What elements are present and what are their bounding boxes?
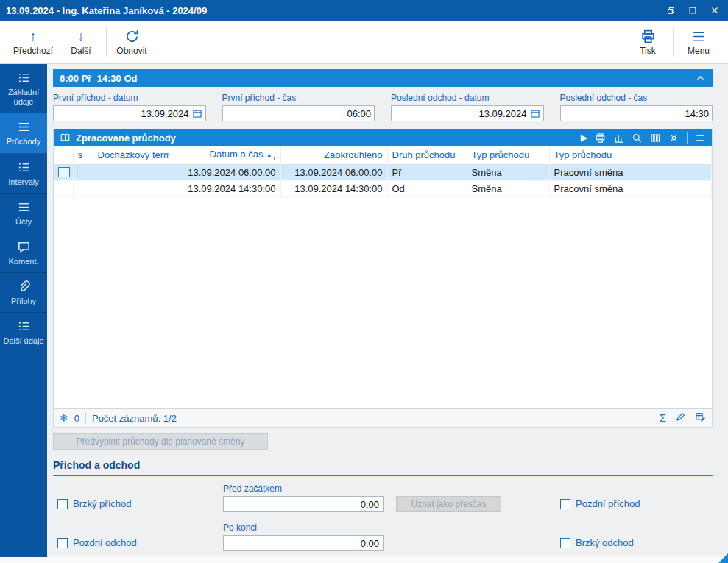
column-selector[interactable] bbox=[54, 146, 73, 164]
checkbox-icon[interactable] bbox=[560, 538, 570, 548]
after-end-input[interactable] bbox=[223, 535, 384, 551]
settings-icon[interactable] bbox=[668, 132, 679, 144]
content-area: 6:00 Př 14:30 Od První příchod - datum 1… bbox=[47, 64, 728, 557]
last-departure-date-input[interactable]: 13.09.2024 bbox=[391, 105, 544, 121]
field-value: 06:00 bbox=[347, 108, 371, 119]
printer-icon bbox=[640, 28, 656, 44]
print-label: Tisk bbox=[640, 46, 656, 56]
sidebar-item-label: Přílohy bbox=[11, 297, 36, 306]
column-pass-type[interactable]: Typ průchodu bbox=[467, 146, 549, 164]
recognize-overtime-button[interactable]: Uznat jako přesčas bbox=[396, 496, 501, 512]
field-label: Poslední odchod - čas bbox=[560, 93, 713, 103]
cell-pass-type[interactable]: Směna bbox=[467, 180, 549, 196]
sidebar-item-ucty[interactable]: Účty bbox=[0, 194, 47, 233]
cell-s[interactable] bbox=[73, 164, 93, 180]
refresh-button[interactable]: Obnovit bbox=[110, 24, 154, 60]
sidebar-item-label: Základní údaje bbox=[1, 88, 46, 107]
menu-label: Menu bbox=[688, 46, 710, 56]
resize-grip[interactable] bbox=[718, 553, 728, 563]
table-header-row: s Docházkový terminál Datum a čas ▲1 Zao… bbox=[54, 146, 712, 164]
sum-icon[interactable]: Σ bbox=[660, 412, 666, 424]
column-shift-type[interactable]: Typ průchodu bbox=[549, 146, 712, 164]
calendar-icon[interactable] bbox=[192, 108, 202, 118]
cell-rounded[interactable]: 13.09.2024 14:30:00 bbox=[280, 180, 387, 196]
column-datetime[interactable]: Datum a čas ▲1 bbox=[169, 146, 280, 164]
late-departure-checkbox[interactable]: Pozdní odchod bbox=[53, 537, 223, 551]
cell-terminal[interactable] bbox=[93, 180, 169, 196]
edit-icon[interactable] bbox=[675, 411, 686, 425]
cell-s[interactable] bbox=[73, 180, 93, 196]
grid-edit-icon[interactable] bbox=[695, 411, 706, 425]
list-icon bbox=[17, 200, 31, 214]
grid-title: Zpracované průchody bbox=[76, 132, 176, 144]
early-arrival-label: Brzký příchod bbox=[73, 498, 131, 509]
menu-button[interactable]: Menu bbox=[676, 24, 721, 60]
menu-icon bbox=[691, 28, 707, 44]
early-arrival-checkbox[interactable]: Brzký příchod bbox=[53, 498, 223, 512]
cell-datetime[interactable]: 13.09.2024 14:30:00 bbox=[169, 180, 280, 196]
cell-direction[interactable]: Od bbox=[387, 180, 467, 196]
calendar-icon[interactable] bbox=[530, 108, 540, 118]
first-arrival-time-input[interactable]: 06:00 bbox=[222, 105, 375, 121]
table-row[interactable]: 13.09.2024 06:00:00 13.09.2024 06:00:00 … bbox=[54, 164, 712, 180]
column-s[interactable]: s bbox=[73, 146, 93, 164]
first-arrival-date-input[interactable]: 13.09.2024 bbox=[53, 105, 206, 121]
cell-pass-type[interactable]: Směna bbox=[467, 164, 549, 180]
refresh-label: Obnovit bbox=[116, 46, 146, 56]
list-icon bbox=[17, 71, 31, 85]
cell-shift-type[interactable]: Pracovní směna bbox=[549, 180, 712, 196]
window-controls bbox=[660, 1, 725, 19]
next-button[interactable]: ↓ Další bbox=[59, 24, 103, 60]
sidebar-item-label: Koment. bbox=[9, 257, 39, 266]
column-rounded[interactable]: Zaokrouhleno bbox=[280, 146, 387, 164]
restore-button[interactable] bbox=[660, 1, 681, 19]
app-window: 13.09.2024 - Ing. Kateřina Janíková - 20… bbox=[0, 0, 728, 563]
cell-rounded[interactable]: 13.09.2024 06:00:00 bbox=[280, 164, 387, 180]
previous-button[interactable]: ↑ Předchozí bbox=[7, 24, 59, 60]
column-terminal[interactable]: Docházkový terminál bbox=[93, 146, 169, 164]
collapse-button[interactable] bbox=[695, 73, 706, 84]
sidebar-item-komentare[interactable]: Koment. bbox=[0, 233, 47, 273]
sidebar-item-prilohy[interactable]: Přílohy bbox=[0, 273, 47, 313]
focus-cell bbox=[58, 167, 70, 177]
table-row[interactable]: 13.09.2024 14:30:00 13.09.2024 14:30:00 … bbox=[54, 180, 712, 196]
search-icon[interactable] bbox=[632, 132, 643, 144]
print-grid-icon[interactable] bbox=[595, 132, 606, 144]
maximize-button[interactable] bbox=[682, 1, 703, 19]
sidebar-item-label: Další údaje bbox=[3, 336, 43, 346]
close-button[interactable] bbox=[704, 1, 725, 19]
late-arrival-checkbox[interactable]: Pozdní příchod bbox=[556, 498, 713, 512]
day-summary-bar: 6:00 Př 14:30 Od bbox=[53, 69, 713, 87]
prefill-passes-button[interactable]: Předvyplnit průchody dle plánované směny bbox=[53, 433, 268, 450]
sidebar-item-dalsi-udaje[interactable]: Další údaje bbox=[0, 313, 47, 353]
cell-direction[interactable]: Př bbox=[387, 164, 467, 180]
row-selector-cell[interactable] bbox=[54, 180, 73, 196]
restore-icon bbox=[665, 5, 676, 15]
play-icon[interactable]: ▶ bbox=[581, 132, 587, 143]
arrow-up-icon: ↑ bbox=[29, 28, 37, 44]
field-last-departure-time: Poslední odchod - čas 14:30 bbox=[560, 93, 713, 121]
late-departure-label: Pozdní odchod bbox=[73, 537, 137, 548]
list-icon bbox=[17, 120, 31, 134]
sidebar-item-pruchody[interactable]: Průchody bbox=[0, 113, 47, 153]
last-departure-time-input[interactable]: 14:30 bbox=[560, 105, 713, 121]
cell-datetime[interactable]: 13.09.2024 06:00:00 bbox=[169, 164, 280, 180]
row-selector-cell[interactable] bbox=[54, 164, 73, 180]
sidebar-item-intervaly[interactable]: Intervaly bbox=[0, 154, 47, 194]
early-departure-checkbox[interactable]: Brzký odchod bbox=[556, 537, 713, 551]
cell-terminal[interactable] bbox=[93, 164, 169, 180]
print-button[interactable]: Tisk bbox=[626, 24, 670, 60]
checkbox-icon[interactable] bbox=[57, 538, 68, 548]
grid-menu-icon[interactable] bbox=[695, 132, 706, 144]
checkbox-icon[interactable] bbox=[57, 499, 68, 509]
sidebar-item-zakladni-udaje[interactable]: Základní údaje bbox=[0, 64, 47, 113]
before-start-label: Před začátkem bbox=[223, 484, 384, 494]
checkbox-icon[interactable] bbox=[560, 499, 570, 509]
field-first-arrival-time: První příchod - čas 06:00 bbox=[222, 93, 375, 121]
arrival-options-row2: Pozdní odchod Po konci Brzký odchod bbox=[53, 517, 713, 551]
before-start-input[interactable] bbox=[223, 496, 384, 512]
columns-icon[interactable] bbox=[650, 132, 661, 144]
column-direction[interactable]: Druh průchodu bbox=[387, 146, 467, 164]
cell-shift-type[interactable]: Pracovní směna bbox=[549, 164, 712, 180]
chart-icon[interactable] bbox=[613, 132, 624, 144]
